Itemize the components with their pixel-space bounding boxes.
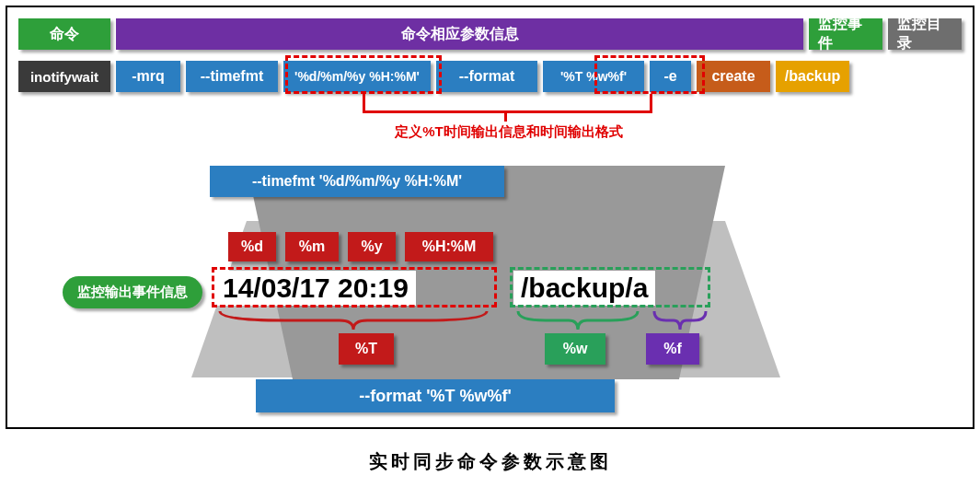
cmd-event-create: create [697, 61, 770, 92]
detail-format-full: --format '%T %w%f' [256, 379, 615, 412]
cmd-format-val: '%T %w%f' [543, 61, 644, 92]
connector-vert-down [504, 110, 507, 122]
cmd-dir-backup: /backup [776, 61, 849, 92]
hdr-monitor-dir: 监控目录 [888, 18, 962, 50]
token-hm: %H:%M [405, 232, 493, 261]
sample-time: 14/03/17 20:19 [215, 271, 416, 306]
hdr-command: 命令 [18, 18, 110, 50]
token-d: %d [228, 232, 276, 261]
cmd-inotifywait: inotifywait [18, 61, 110, 92]
header-row: 命令 命令相应参数信息 监控事件 监控目录 [18, 18, 962, 50]
fmt-T: %T [339, 333, 394, 365]
diagram-frame: 命令 命令相应参数信息 监控事件 监控目录 inotifywait -mrq -… [6, 6, 974, 429]
cmd-format: --format [436, 61, 537, 92]
brace-t [215, 309, 491, 331]
brace-w [513, 309, 642, 331]
token-m: %m [285, 232, 339, 261]
note-timefmt-desc: 定义%T时间输出信息和时间输出格式 [357, 123, 661, 141]
sample-path: /backup/a [513, 271, 655, 306]
detail-timefmt-full: --timefmt '%d/%m/%y %H:%M' [210, 166, 504, 197]
hdr-param-info: 命令相应参数信息 [116, 18, 803, 50]
cmd-timefmt-val: '%d/%m/%y %H:%M' [283, 61, 431, 92]
connector-horiz [363, 110, 652, 113]
command-row: inotifywait -mrq --timefmt '%d/%m/%y %H:… [18, 61, 962, 92]
cmd-mrq: -mrq [116, 61, 180, 92]
connector-vert-left [363, 94, 365, 110]
hdr-monitor-event: 监控事件 [809, 18, 882, 50]
label-monitor-output: 监控输出事件信息 [63, 276, 202, 308]
cmd-e: -e [650, 61, 691, 92]
caption: 实时同步命令参数示意图 [0, 449, 980, 474]
fmt-f: %f [646, 333, 699, 365]
token-y: %y [348, 232, 396, 261]
cmd-timefmt: --timefmt [186, 61, 278, 92]
fmt-w: %w [545, 333, 605, 365]
brace-f [650, 309, 710, 331]
connector-vert-right [650, 94, 652, 110]
detail-block: --timefmt '%d/%m/%y %H:%M' %d %m %y %H:%… [247, 166, 725, 379]
